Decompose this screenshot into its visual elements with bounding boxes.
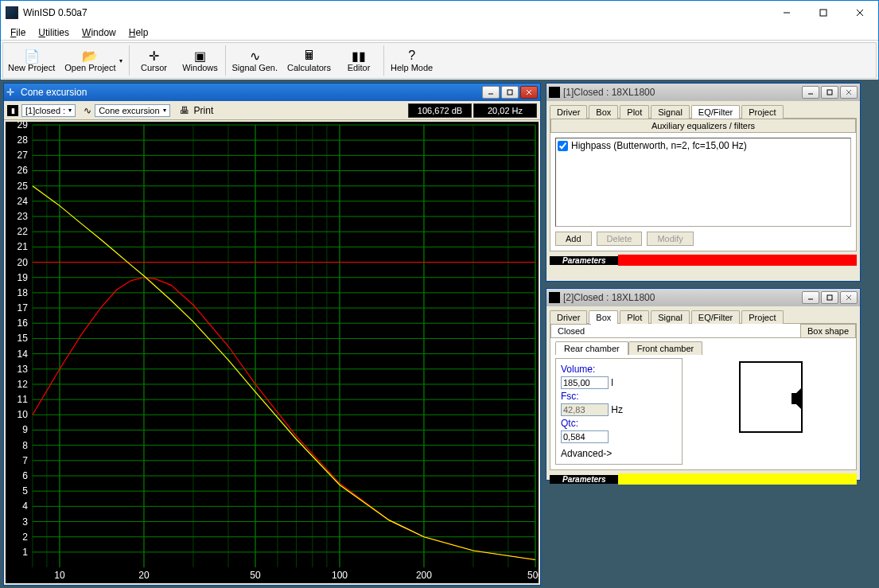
menu-window[interactable]: Window [76,25,123,40]
parameters-label: Parameters [550,256,618,265]
signal-gen-button[interactable]: ∿Signal Gen. [228,43,282,78]
project-color-icon: ▮ [7,105,18,116]
svg-text:13: 13 [18,364,29,375]
project2-titlebar[interactable]: [2]Closed : 18XL1800 [546,289,860,306]
advanced-link[interactable]: Advanced-> [561,448,612,459]
tab-driver[interactable]: Driver [550,310,587,324]
front-chamber-tab[interactable]: Front chamber [628,341,703,355]
plot-type-selector[interactable]: Cone excursion [95,104,169,117]
tab-plot[interactable]: Plot [620,105,649,119]
tab-project[interactable]: Project [741,105,783,119]
add-button[interactable]: Add [555,232,592,246]
sub-maximize-button[interactable] [501,86,519,99]
svg-rect-96 [827,90,832,95]
sub-minimize-button[interactable] [802,86,819,99]
calculators-button[interactable]: 🖩Calculators [282,43,336,78]
open-project-button[interactable]: 📂Open Project▾ [60,43,126,78]
svg-text:200: 200 [416,570,432,581]
sub-close-button[interactable] [520,86,538,99]
svg-text:9: 9 [22,424,28,435]
filter-list[interactable]: Highpass (Butterworth, n=2, fc=15,00 Hz) [555,138,851,227]
qtc-input[interactable] [561,430,609,443]
rear-chamber-tab[interactable]: Rear chamber [555,341,628,355]
fsc-input [561,403,609,416]
print-button[interactable]: Print [194,105,214,116]
chevron-down-icon[interactable]: ▾ [119,57,123,64]
svg-text:22: 22 [18,226,29,237]
svg-text:23: 23 [18,211,29,222]
tab-driver[interactable]: Driver [550,105,587,119]
eqfilter-body: Auxiliary equalizers / filters Highpass … [550,118,857,251]
filter-checkbox[interactable] [558,141,568,151]
sub-maximize-button[interactable] [821,291,838,304]
svg-text:20: 20 [18,257,29,268]
project1-titlebar[interactable]: [1]Closed : 18XL1800 [546,84,860,101]
minimize-button[interactable] [768,1,805,25]
volume-label: Volume: [561,364,595,375]
cone-excursion-window: ✛ Cone excursion ▮ [1]closed : ∿ Cone ex… [3,83,541,586]
svg-text:5: 5 [22,485,28,496]
print-icon: 🖶 [180,105,189,116]
svg-text:16: 16 [18,317,29,329]
svg-text:28: 28 [18,134,29,146]
editor-button[interactable]: ▮▮Editor [336,43,382,78]
svg-text:7: 7 [22,455,28,466]
qtc-label: Qtc: [561,418,578,429]
main-toolbar: 📄New Project 📂Open Project▾ ✛Cursor ▣Win… [2,42,877,79]
volume-input[interactable] [561,376,609,389]
svg-text:50: 50 [250,570,261,581]
menu-file[interactable]: File [4,25,32,40]
close-button[interactable] [842,1,878,25]
tab-box[interactable]: Box [589,310,618,324]
svg-text:15: 15 [18,333,29,344]
tab-eqfilter[interactable]: EQ/Filter [691,310,740,324]
filter-item[interactable]: Highpass (Butterworth, n=2, fc=15,00 Hz) [558,140,849,151]
svg-rect-1 [820,10,826,16]
project1-tabs: Driver Box Plot Signal EQ/Filter Project [550,104,857,118]
svg-text:500: 500 [527,570,539,581]
svg-text:100: 100 [332,570,348,581]
window-title: WinISD 0.50a7 [23,7,768,18]
maximize-button[interactable] [805,1,842,25]
svg-text:12: 12 [18,379,29,390]
tab-plot[interactable]: Plot [620,310,649,324]
cone-excursion-titlebar[interactable]: ✛ Cone excursion [4,84,540,101]
tab-box[interactable]: Box [589,105,618,119]
tab-project[interactable]: Project [741,310,783,324]
help-mode-button[interactable]: ?Help Mode [386,43,438,78]
cone-excursion-plot[interactable]: 1234567891011121314151617181920212223242… [6,122,539,583]
project1-param-bar: Parameters [550,255,857,266]
project2-window: [2]Closed : 18XL1800 Driver Box Plot Sig… [546,288,861,481]
sub-close-button[interactable] [840,291,858,304]
project-selector[interactable]: [1]closed : [21,104,76,117]
box-body: Closed Box shape Rear chamber Front cham… [550,323,857,470]
modify-button[interactable]: Modify [647,232,693,246]
svg-rect-5 [508,90,512,95]
new-project-button[interactable]: 📄New Project [3,43,60,78]
tab-signal[interactable]: Signal [651,310,690,324]
tab-signal[interactable]: Signal [651,105,690,119]
menubar: File Utilities Window Help [1,25,878,41]
tab-eqfilter[interactable]: EQ/Filter [691,105,740,119]
project2-title: [2]Closed : 18XL1800 [563,292,655,303]
svg-rect-100 [827,295,832,300]
project2-param-bar: Parameters [550,473,857,485]
delete-button[interactable]: Delete [597,232,643,246]
svg-text:29: 29 [18,122,29,130]
cursor-button[interactable]: ✛Cursor [131,43,177,78]
sub-maximize-button[interactable] [821,86,838,99]
box-shape-button[interactable]: Box shape [800,324,856,338]
project-icon [549,292,560,303]
svg-text:2: 2 [22,532,28,543]
windows-button[interactable]: ▣Windows [177,43,224,78]
sub-close-button[interactable] [840,86,858,99]
sub-minimize-button[interactable] [802,291,819,304]
plot-type-icon: ∿ [84,105,91,116]
project2-color-bar [618,473,857,485]
sub-minimize-button[interactable] [482,86,500,99]
project1-color-bar [618,255,857,266]
svg-text:1: 1 [22,547,28,558]
menu-help[interactable]: Help [123,25,155,40]
menu-utilities[interactable]: Utilities [32,25,76,40]
app-icon [6,6,18,19]
